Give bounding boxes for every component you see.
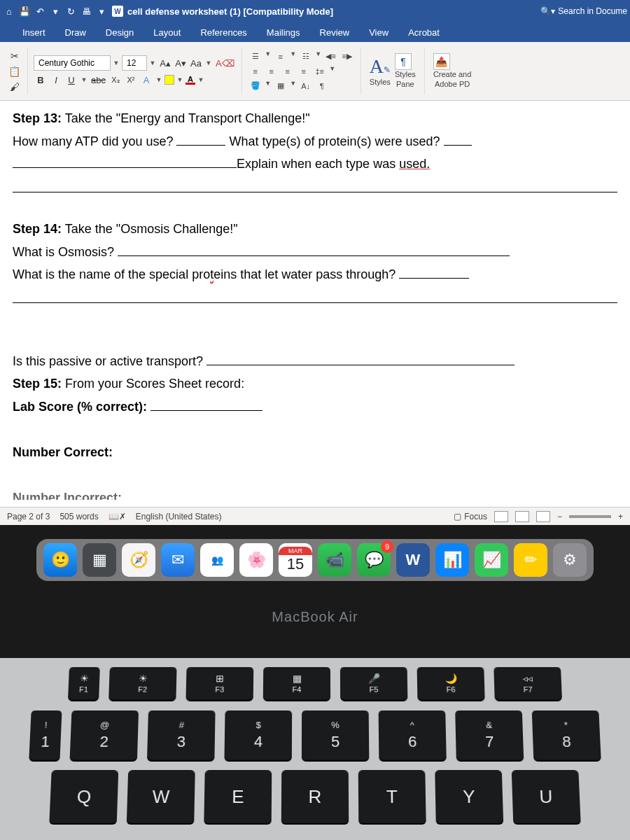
customize-icon[interactable]: ▾ — [95, 5, 108, 18]
numbering-button[interactable]: ≡ — [273, 50, 288, 63]
blank-line[interactable] — [399, 266, 469, 279]
increase-indent-button[interactable]: ≡▶ — [340, 50, 355, 63]
messages-icon[interactable]: 💬9 — [357, 543, 391, 577]
align-left-button[interactable]: ≡ — [248, 65, 263, 78]
tab-layout[interactable]: Layout — [144, 23, 190, 42]
styles-icon[interactable]: A✎ — [370, 55, 391, 78]
change-case-button[interactable]: Aa — [189, 56, 203, 70]
tab-acrobat[interactable]: Acrobat — [398, 23, 449, 42]
key-1: !1 — [29, 710, 62, 760]
text-effects-button[interactable]: A — [139, 73, 153, 87]
finder-icon[interactable]: 🙂 — [43, 543, 77, 577]
page-indicator[interactable]: Page 2 of 3 — [7, 512, 50, 522]
document-title: cell defense worksheet (1) [Compatibilit… — [127, 6, 333, 17]
underline-button[interactable]: U — [64, 73, 78, 87]
zoom-icon[interactable]: 👥 — [200, 543, 234, 577]
cut-icon[interactable]: ✂ — [10, 50, 19, 62]
align-center-button[interactable]: ≡ — [264, 65, 279, 78]
web-layout-view[interactable] — [515, 511, 529, 522]
highlight-button[interactable] — [164, 75, 174, 85]
blank-line[interactable] — [13, 155, 237, 168]
blank-line[interactable] — [444, 133, 472, 146]
shading-button[interactable]: 🪣 — [248, 80, 263, 92]
sort-button[interactable]: A↓ — [298, 80, 314, 92]
search-box[interactable]: 🔍▾ Search in Docume — [540, 6, 627, 16]
multilevel-button[interactable]: ☷ — [298, 50, 314, 63]
save-icon[interactable]: 💾 — [18, 5, 31, 18]
tab-mailings[interactable]: Mailings — [257, 23, 310, 42]
decrease-indent-button[interactable]: ◀≡ — [323, 50, 339, 63]
font-group: Century Gothic▼ 12▼ A▴ A▾ Aa▼ A⌫ B I U▼ … — [31, 45, 239, 97]
calendar-icon[interactable]: MAR 15 — [279, 543, 312, 577]
tab-review[interactable]: Review — [310, 23, 360, 42]
outline-view[interactable] — [536, 511, 550, 522]
bold-button[interactable]: B — [34, 73, 48, 87]
tab-design[interactable]: Design — [96, 23, 144, 42]
facetime-icon[interactable]: 📹 — [318, 543, 351, 577]
subscript-button[interactable]: X₂ — [108, 73, 122, 87]
superscript-button[interactable]: X² — [124, 73, 138, 87]
language-indicator[interactable]: English (United States) — [136, 512, 222, 522]
font-size-input[interactable]: 12 — [122, 55, 147, 71]
notes-icon[interactable]: ✏ — [514, 543, 547, 577]
print-icon[interactable]: 🖶 — [80, 5, 92, 18]
tab-view[interactable]: View — [359, 23, 398, 42]
print-layout-view[interactable] — [494, 511, 508, 522]
zoom-in-button[interactable]: + — [618, 512, 623, 522]
blank-line[interactable] — [13, 288, 617, 304]
numbers-icon[interactable]: 📈 — [475, 543, 508, 577]
borders-button[interactable]: ▦ — [273, 80, 288, 92]
align-right-button[interactable]: ≡ — [280, 65, 295, 78]
zoom-out-button[interactable]: − — [557, 512, 562, 522]
document-body[interactable]: Step 13: Take the "Energy and Transport … — [0, 101, 630, 500]
undo-icon[interactable]: ↶ — [34, 5, 46, 18]
font-name-input[interactable]: Century Gothic — [34, 55, 111, 71]
justify-button[interactable]: ≡ — [296, 65, 312, 78]
key-f4: ▦F4 — [263, 667, 330, 700]
strikethrough-button[interactable]: abc — [90, 73, 107, 87]
safari-icon[interactable]: 🧭 — [122, 543, 155, 577]
word-app-icon[interactable]: W — [396, 543, 430, 577]
blank-line[interactable] — [150, 398, 262, 411]
clear-format-button[interactable]: A⌫ — [214, 56, 236, 70]
shrink-font-button[interactable]: A▾ — [174, 56, 188, 70]
zoom-slider[interactable] — [569, 515, 611, 518]
italic-button[interactable]: I — [49, 73, 63, 87]
dropdown-icon[interactable]: ▾ — [49, 5, 62, 18]
mail-icon[interactable]: ✉ — [161, 543, 195, 577]
bullets-button[interactable]: ☰ — [248, 50, 263, 63]
quick-access-toolbar: ⌂ 💾 ↶ ▾ ↻ 🖶 ▾ — [3, 5, 108, 18]
styles-pane-icon[interactable]: ¶ — [395, 53, 412, 70]
adobe-icon[interactable]: 📤 — [433, 53, 450, 70]
home-icon[interactable]: ⌂ — [3, 5, 15, 18]
blank-line[interactable] — [118, 244, 510, 256]
redo-icon[interactable]: ↻ — [64, 5, 77, 18]
tab-references[interactable]: References — [190, 23, 256, 42]
font-color-button[interactable]: A — [186, 75, 195, 85]
settings-icon[interactable]: ⚙ — [553, 543, 587, 577]
adobe-label: Create andAdobe PD — [433, 70, 471, 88]
copy-icon[interactable]: 📋 — [8, 66, 20, 77]
keynote-icon[interactable]: 📊 — [435, 543, 469, 577]
tab-insert[interactable]: Insert — [13, 23, 55, 42]
adobe-group: 📤 Create andAdobe PD — [428, 45, 477, 97]
macos-dock: 🙂 ▦ 🧭 ✉ 👥 🌸 MAR 15 📹 💬9 W 📊 📈 ✏ ⚙ — [36, 539, 594, 581]
blank-line[interactable] — [176, 133, 225, 146]
blank-line[interactable] — [13, 178, 617, 193]
explain-question: Explain when each type was — [237, 157, 399, 171]
focus-mode-button[interactable]: ▢ Focus — [454, 512, 487, 522]
grow-font-button[interactable]: A▴ — [158, 56, 172, 70]
spellcheck-icon[interactable]: 📖✗ — [108, 512, 126, 522]
key-w: W — [127, 770, 195, 823]
blank-line[interactable] — [206, 353, 514, 365]
word-window: ⌂ 💾 ↶ ▾ ↻ 🖶 ▾ W cell defense worksheet (… — [0, 0, 630, 525]
line-spacing-button[interactable]: ‡≡ — [312, 65, 328, 78]
tab-draw[interactable]: Draw — [55, 23, 96, 42]
launchpad-icon[interactable]: ▦ — [83, 543, 116, 577]
word-count[interactable]: 505 words — [59, 512, 98, 522]
format-painter-icon[interactable]: 🖌 — [10, 81, 20, 92]
key-e: E — [204, 770, 272, 823]
show-marks-button[interactable]: ¶ — [314, 80, 330, 92]
photos-icon[interactable]: 🌸 — [239, 543, 273, 577]
ribbon-tabs: Insert Draw Design Layout References Mai… — [0, 22, 630, 42]
